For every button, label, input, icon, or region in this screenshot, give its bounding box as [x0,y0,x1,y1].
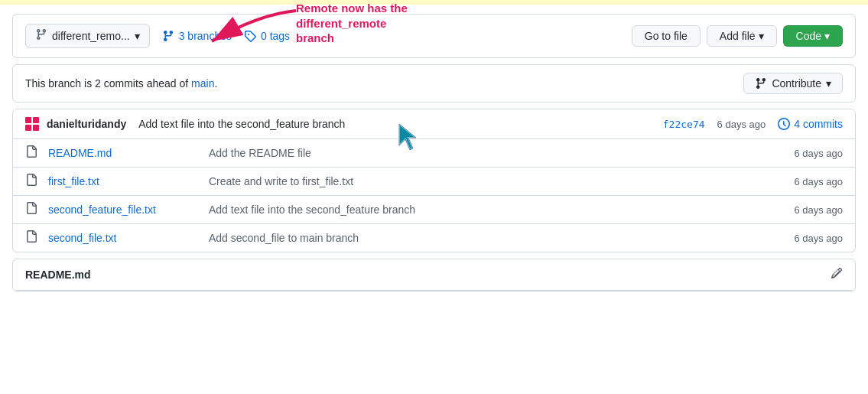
branch-selector[interactable]: different_remo... ▾ [25,24,150,48]
file-time: 6 days ago [794,176,843,187]
commit-ahead-bar: This branch is 2 commits ahead of main. … [12,64,856,103]
table-row: second_file.txt Add second_file to main … [13,224,855,252]
tags-count: 0 tags [261,30,290,42]
file-name[interactable]: second_feature_file.txt [48,204,201,216]
main-branch-link[interactable]: main [191,77,214,90]
chevron-down-icon: ▾ [759,30,764,42]
file-icon [25,174,41,189]
readme-title: README.md [25,269,91,281]
file-commit-msg: Add the README file [209,147,786,159]
file-name[interactable]: README.md [48,147,201,159]
readme-section: README.md [12,259,856,291]
commit-meta: f22ce74 6 days ago 4 commits [663,118,843,130]
branches-link[interactable]: 3 branches [162,30,232,42]
yellow-top-bar [0,0,868,5]
contribute-button[interactable]: Contribute ▾ [743,73,843,94]
chevron-down-icon: ▾ [824,30,830,42]
table-row: first_file.txt Create and write to first… [13,168,855,196]
file-name[interactable]: second_file.txt [48,232,201,244]
file-commit-msg: Create and write to first_file.txt [209,175,786,187]
tags-link[interactable]: 0 tags [244,30,290,42]
file-commit-msg: Add second_file to main branch [209,232,786,244]
file-name[interactable]: first_file.txt [48,175,201,187]
file-time: 6 days ago [794,233,843,244]
chevron-down-icon: ▾ [135,30,140,42]
commit-hash[interactable]: f22ce74 [663,119,705,130]
edit-icon[interactable] [831,267,843,282]
table-row: README.md Add the README file 6 days ago [13,139,855,168]
table-row: second_feature_file.txt Add text file in… [13,196,855,224]
annotation-text: Remote now has the different_remote bran… [296,1,449,46]
commits-count: 4 commits [794,118,843,130]
file-time: 6 days ago [794,148,843,159]
files-table: danielturidandy Add text file into the s… [12,109,856,252]
commit-ahead-text: This branch is 2 commits ahead of main. [25,77,217,90]
contribute-label: Contribute [772,77,821,90]
commit-author[interactable]: danielturidandy [47,118,126,130]
grid-icon [25,117,39,131]
branches-count: 3 branches [179,30,232,42]
file-commit-msg: Add text file into the second_feature br… [209,204,786,216]
branch-name: different_remo... [52,30,130,42]
add-file-button[interactable]: Add file ▾ [707,25,777,47]
file-time: 6 days ago [794,204,843,216]
file-icon [25,145,41,161]
branch-bar-actions: Go to file Add file ▾ Code ▾ [632,25,843,47]
clock-icon [778,118,790,130]
commit-time: 6 days ago [717,119,766,130]
file-icon [25,202,41,217]
commit-message: Add text file into the second_feature br… [138,118,655,130]
files-header: danielturidandy Add text file into the s… [13,109,855,139]
goto-file-button[interactable]: Go to file [632,25,701,47]
readme-header: README.md [13,259,855,291]
commits-link[interactable]: 4 commits [778,118,843,130]
file-icon [25,230,41,246]
branch-bar: different_remo... ▾ 3 branches 0 tags [12,14,856,58]
contribute-icon [755,77,767,90]
branch-icon [35,28,47,44]
branch-bar-left: different_remo... ▾ 3 branches 0 tags [25,24,290,48]
chevron-down-icon: ▾ [826,77,831,90]
code-button[interactable]: Code ▾ [783,25,843,47]
